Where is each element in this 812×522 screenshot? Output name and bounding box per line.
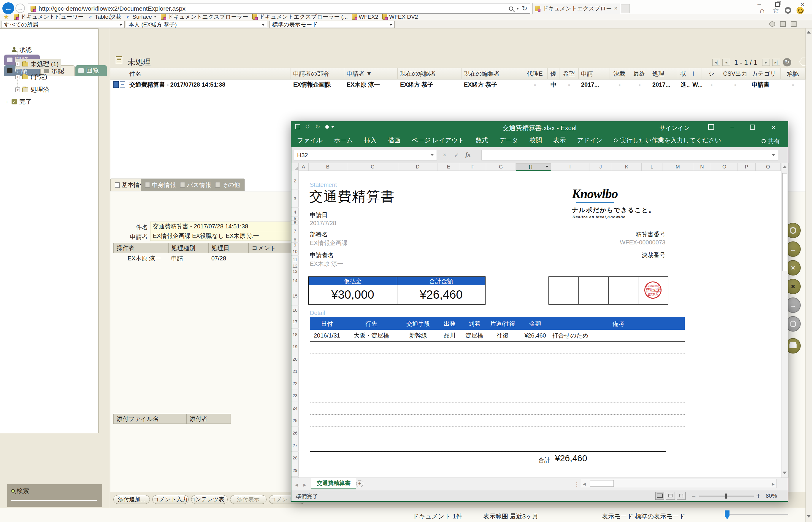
- excel-maximize-button[interactable]: [750, 125, 755, 129]
- list-column-13[interactable]: I: [690, 68, 702, 79]
- excel-close-button[interactable]: ×: [771, 123, 776, 132]
- list-column-5[interactable]: 代理E: [522, 68, 547, 79]
- ribbon-tab-1[interactable]: ホーム: [328, 134, 359, 147]
- excel-row-headers[interactable]: 2345678910111213141516171819202122232425…: [291, 171, 298, 478]
- first-page-button[interactable]: ◂|: [712, 59, 720, 66]
- excel-row-6[interactable]: 6: [291, 221, 298, 224]
- expand-icon[interactable]: +: [5, 100, 9, 104]
- excel-horizontal-scrollbar[interactable]: ◂ ▸: [581, 479, 777, 488]
- filter-search-icon[interactable]: [769, 21, 775, 27]
- scroll-up-icon[interactable]: [807, 31, 811, 34]
- excel-row-17[interactable]: 17: [291, 315, 298, 329]
- list-column-14[interactable]: シ: [702, 68, 721, 79]
- last-page-button[interactable]: ▸|: [772, 59, 780, 66]
- hscroll-left-icon[interactable]: ◂: [583, 481, 586, 487]
- formula-expand-icon[interactable]: [772, 154, 775, 156]
- excel-column-B[interactable]: B: [309, 163, 347, 171]
- table-row[interactable]: 交通費精算書 - 2017/07/28 14:51:38EX情報企画課EX木原 …: [111, 79, 806, 90]
- excel-row-2[interactable]: 2: [291, 172, 298, 190]
- excel-row-15[interactable]: 15: [291, 286, 298, 305]
- ops-col-operator[interactable]: 操作者: [113, 243, 168, 253]
- ribbon-tab-6[interactable]: データ: [494, 134, 524, 147]
- select-all-corner[interactable]: [291, 163, 298, 171]
- favorite-item-4[interactable]: ドキュメントエクスプローラー (...: [252, 13, 348, 21]
- excel-row-13[interactable]: 13: [291, 268, 298, 275]
- search-input-underline[interactable]: [11, 500, 97, 501]
- new-sheet-icon[interactable]: +: [356, 480, 363, 487]
- favorite-item-2[interactable]: eSurface: [125, 14, 156, 20]
- excel-row-4[interactable]: 4: [291, 207, 298, 217]
- excel-column-E[interactable]: E: [438, 163, 460, 171]
- attach-col-attacher[interactable]: 添付者: [187, 414, 231, 424]
- tell-me-box[interactable]: 実行したい作業を入力してください: [608, 134, 727, 147]
- list-column-16[interactable]: カテゴリ: [749, 68, 780, 79]
- tree-node-unprocessed[interactable]: + 未処理 (1): [16, 59, 61, 69]
- affiliation-select[interactable]: すべての所属: [1, 21, 125, 28]
- sidebar-tab-circulate[interactable]: 回覧: [75, 65, 107, 76]
- ribbon-tab-0[interactable]: ファイル: [291, 134, 328, 147]
- excel-scroll-up-icon[interactable]: [782, 165, 787, 168]
- browser-forward-button[interactable]: →: [16, 3, 25, 13]
- tree-node-done[interactable]: + ✓ 完了: [5, 98, 32, 106]
- favorite-item-1[interactable]: eTablet決裁: [88, 13, 121, 21]
- excel-column-F[interactable]: F: [460, 163, 486, 171]
- excel-row-16[interactable]: 16: [291, 305, 298, 315]
- excel-column-headers[interactable]: ABCDEFGHIJKLMNOPQ: [291, 163, 781, 171]
- refresh-list-icon[interactable]: ↻: [783, 58, 791, 66]
- expand-icon[interactable]: +: [16, 75, 20, 79]
- ribbon-tab-4[interactable]: ページ レイアウト: [406, 134, 470, 147]
- next-page-button[interactable]: ▸: [762, 59, 770, 66]
- excel-row-3[interactable]: 3: [291, 190, 298, 207]
- address-bar[interactable]: http://gcc-demo/workflowex2/DocumentExpl…: [28, 3, 530, 14]
- settings-gear-icon[interactable]: [785, 7, 791, 14]
- browser-back-button[interactable]: ←: [2, 2, 14, 14]
- favorite-item-6[interactable]: WFEX DV2: [382, 14, 418, 20]
- list-column-10[interactable]: 最終: [629, 68, 650, 79]
- list-column-6[interactable]: 優: [547, 68, 559, 79]
- excel-minimize-button[interactable]: −: [730, 123, 734, 131]
- formula-input[interactable]: [481, 150, 778, 160]
- tabbar-splitter-icon[interactable]: ⋮: [574, 481, 580, 487]
- filter-print-icon[interactable]: [791, 21, 796, 27]
- excel-column-K[interactable]: K: [612, 163, 642, 171]
- excel-row-7[interactable]: 7: [291, 224, 298, 237]
- excel-column-O[interactable]: O: [711, 163, 738, 171]
- sheet-tab-active[interactable]: 交通費精算書: [311, 478, 356, 489]
- excel-row-28[interactable]: 28: [291, 452, 298, 464]
- attach-col-filename[interactable]: 添付ファイル名: [113, 414, 187, 424]
- excel-column-J[interactable]: J: [589, 163, 612, 171]
- list-column-3[interactable]: 現在の承認者: [398, 68, 462, 79]
- sheet-prev-icon[interactable]: ◂: [295, 481, 298, 488]
- insert-function-icon[interactable]: fx: [465, 151, 471, 158]
- list-column-2[interactable]: 申請者 ▼: [344, 68, 398, 79]
- page-layout-view-icon[interactable]: [666, 492, 675, 500]
- excel-column-G[interactable]: G: [486, 163, 516, 171]
- search-dropdown-icon[interactable]: [516, 8, 519, 9]
- ribbon-tab-5[interactable]: 数式: [470, 134, 494, 147]
- excel-row-9[interactable]: 9: [291, 243, 298, 247]
- sheet-next-icon[interactable]: ▸: [303, 481, 306, 488]
- ribbon-tab-7[interactable]: 校閲: [524, 134, 547, 147]
- page-break-view-icon[interactable]: [677, 492, 685, 500]
- excel-column-I[interactable]: I: [551, 163, 589, 171]
- collapse-icon[interactable]: −: [5, 48, 9, 52]
- list-column-9[interactable]: 決裁: [610, 68, 629, 79]
- ribbon-tab-3[interactable]: 描画: [382, 134, 406, 147]
- ops-col-type[interactable]: 処理種別: [168, 243, 208, 253]
- refresh-icon[interactable]: ↻: [522, 5, 527, 13]
- tree-node-processed[interactable]: + 処理済: [16, 85, 49, 94]
- signin-link[interactable]: サインイン: [659, 124, 690, 132]
- hscroll-thumb[interactable]: [590, 480, 614, 487]
- excel-row-26[interactable]: 26: [291, 427, 298, 439]
- list-column-12[interactable]: 状: [678, 68, 690, 79]
- excel-column-Q[interactable]: Q: [756, 163, 780, 171]
- ribbon-tab-2[interactable]: 挿入: [359, 134, 382, 147]
- tab-content-info[interactable]: 中身情報: [141, 179, 180, 191]
- tab-close-icon[interactable]: ×: [614, 5, 618, 12]
- excel-row-11[interactable]: 11: [291, 256, 298, 264]
- expand-icon[interactable]: +: [16, 87, 20, 92]
- filter-open-icon[interactable]: [780, 21, 786, 27]
- ribbon-tab-8[interactable]: 表示: [547, 134, 571, 147]
- excel-row-10[interactable]: 10: [291, 247, 298, 256]
- excel-zoom-thumb[interactable]: [725, 494, 727, 499]
